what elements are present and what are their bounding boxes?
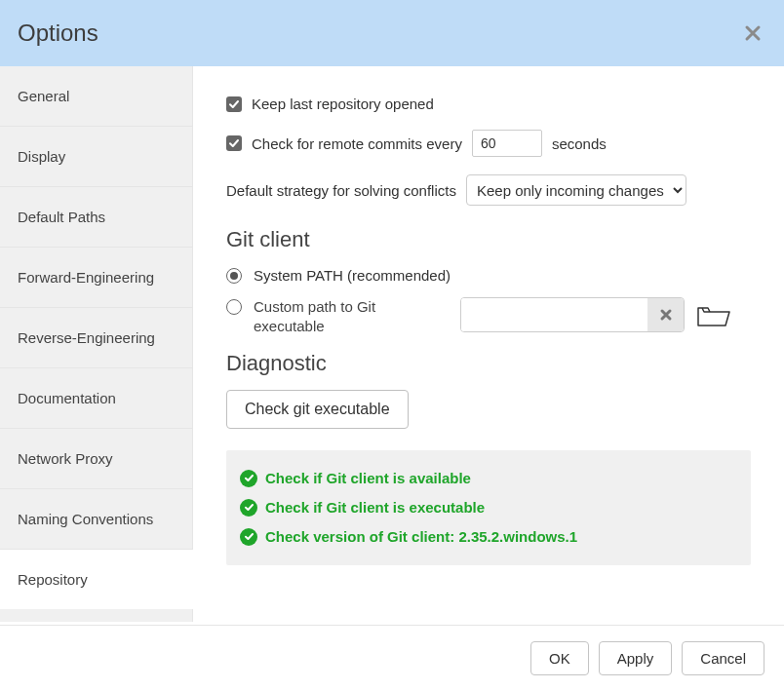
sidebar-item-network-proxy[interactable]: Network Proxy (0, 429, 192, 489)
ok-button[interactable]: OK (530, 641, 589, 675)
success-icon (240, 528, 257, 546)
check-remote-input[interactable] (472, 130, 542, 157)
sidebar-item-display[interactable]: Display (0, 127, 192, 187)
cancel-button[interactable]: Cancel (682, 641, 764, 675)
sidebar-item-reverse-engineering[interactable]: Reverse-Engineering (0, 308, 192, 368)
git-client-heading: Git client (226, 227, 751, 252)
sidebar-item-documentation[interactable]: Documentation (0, 368, 192, 429)
check-remote-checkbox[interactable] (226, 135, 242, 151)
folder-icon (696, 302, 731, 327)
success-icon (240, 499, 257, 517)
dialog-header: Options (0, 0, 784, 66)
diag-line: Check version of Git client: 2.35.2.wind… (240, 522, 737, 552)
content-panel: Keep last repository opened Check for re… (193, 66, 784, 625)
git-custom-path-row: Custom path to Git executable (226, 297, 751, 337)
conflict-strategy-select[interactable]: Keep only incoming changes (466, 174, 686, 206)
git-system-path-radio[interactable] (226, 268, 242, 284)
check-icon (228, 137, 240, 149)
diag-text: Check if Git client is executable (265, 499, 485, 516)
sidebar-item-naming-conventions[interactable]: Naming Conventions (0, 489, 192, 550)
check-remote-label-post: seconds (552, 135, 607, 152)
dialog-footer: OK Apply Cancel (0, 626, 784, 690)
keep-last-label: Keep last repository opened (252, 96, 434, 112)
diag-text: Check if Git client is available (265, 470, 471, 486)
sidebar-item-forward-engineering[interactable]: Forward-Engineering (0, 248, 192, 308)
diag-line: Check if Git client is available (240, 464, 737, 493)
git-custom-path-label: Custom path to Git executable (254, 297, 449, 337)
conflict-label: Default strategy for solving conflicts (226, 182, 456, 199)
diagnostic-heading: Diagnostic (226, 351, 751, 376)
conflict-strategy-row: Default strategy for solving conflicts K… (226, 174, 751, 206)
check-icon (228, 98, 240, 110)
diag-text: Check version of Git client: 2.35.2.wind… (265, 528, 577, 545)
sidebar-item-general[interactable]: General (0, 66, 192, 127)
apply-button[interactable]: Apply (599, 641, 673, 675)
check-remote-label-pre: Check for remote commits every (252, 135, 462, 152)
success-icon (240, 470, 257, 487)
git-custom-path-radio[interactable] (226, 299, 242, 315)
close-icon (744, 24, 762, 42)
close-button[interactable] (739, 19, 766, 47)
check-git-executable-button[interactable]: Check git executable (226, 390, 409, 429)
custom-path-input[interactable] (461, 298, 647, 331)
diagnostic-results: Check if Git client is available Check i… (226, 450, 751, 565)
clear-path-button[interactable] (647, 298, 684, 331)
custom-path-input-group (460, 297, 685, 332)
git-system-path-row: System PATH (recommended) (226, 266, 751, 284)
sidebar-item-default-paths[interactable]: Default Paths (0, 187, 192, 248)
options-dialog: Options General Display Default Paths Fo… (0, 0, 784, 690)
custom-path-input-wrap (460, 297, 751, 332)
git-system-path-label: System PATH (recommended) (254, 267, 451, 284)
diag-line: Check if Git client is executable (240, 493, 737, 522)
keep-last-row: Keep last repository opened (226, 96, 751, 112)
browse-folder-button[interactable] (696, 301, 731, 328)
sidebar: General Display Default Paths Forward-En… (0, 66, 193, 622)
radio-dot-icon (230, 272, 238, 280)
dialog-body: General Display Default Paths Forward-En… (0, 66, 784, 626)
clear-icon (659, 308, 673, 322)
dialog-title: Options (18, 19, 98, 47)
sidebar-item-repository[interactable]: Repository (0, 550, 193, 609)
check-remote-row: Check for remote commits every seconds (226, 130, 751, 157)
keep-last-checkbox[interactable] (226, 96, 242, 112)
